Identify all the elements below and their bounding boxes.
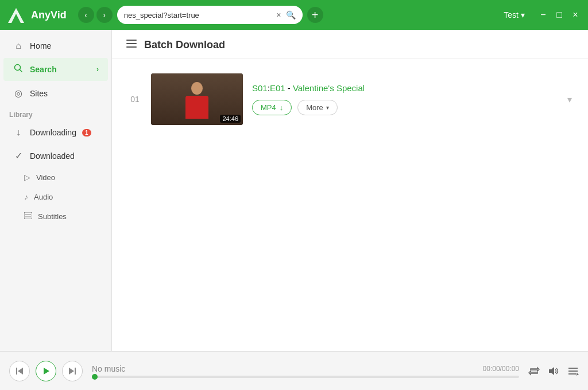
play-button[interactable]	[36, 361, 56, 381]
collapse-button[interactable]: ▾	[567, 94, 572, 105]
title-season: S01	[252, 83, 268, 93]
thumbnail-head	[191, 82, 203, 95]
repeat-button[interactable]	[528, 365, 540, 377]
sidebar-item-downloaded[interactable]: ✓ Downloaded	[3, 145, 108, 167]
repeat-icon	[528, 365, 540, 377]
logo-icon	[6, 5, 26, 25]
video-title: S01:E01 - Valentine's Special	[252, 83, 558, 93]
title-episode: E01	[270, 83, 285, 93]
queue-button[interactable]	[567, 365, 579, 377]
window-controls: − □ ×	[536, 8, 582, 22]
batch-download-icon	[126, 39, 137, 51]
sidebar-downloaded-label: Downloaded	[30, 151, 75, 161]
content-area: Batch Download 01 24:46	[112, 30, 588, 351]
svg-marker-19	[577, 373, 579, 376]
search-icon	[13, 64, 24, 75]
play-icon	[42, 367, 50, 375]
video-info: S01:E01 - Valentine's Special MP4 ↓ More…	[252, 83, 558, 115]
new-tab-button[interactable]: +	[307, 7, 323, 23]
sidebar-item-downloading[interactable]: ↓ Downloading 1	[3, 122, 108, 143]
volume-icon	[548, 365, 559, 377]
sidebar-home-label: Home	[30, 41, 51, 50]
title-bar: AnyVid ‹ › nes_special?start=true × 🔍 + …	[0, 0, 588, 30]
player-bar: No music 00:00/00:00	[0, 351, 588, 390]
next-button[interactable]	[62, 361, 83, 381]
audio-icon: ♪	[24, 192, 28, 201]
sidebar-item-subtitles[interactable]: Subtitles	[3, 207, 108, 225]
thumbnail-figure	[180, 82, 214, 122]
svg-line-3	[20, 70, 22, 72]
volume-button[interactable]	[548, 365, 559, 377]
user-menu[interactable]: Test ▾	[504, 10, 525, 20]
downloaded-icon: ✓	[13, 150, 24, 161]
subtitles-icon	[24, 212, 32, 221]
video-list: 01 24:46 S01:E01 - Valentine's Special	[112, 58, 588, 351]
logo-area: AnyVid	[6, 5, 67, 25]
address-clear-icon[interactable]: ×	[276, 10, 281, 20]
maximize-button[interactable]: □	[552, 8, 566, 22]
video-actions: MP4 ↓ More ▾	[252, 100, 558, 115]
close-button[interactable]: ×	[568, 8, 582, 22]
player-info: No music 00:00/00:00	[92, 364, 519, 378]
title-name: Valentine's Special	[293, 83, 365, 93]
player-right-controls	[528, 365, 579, 377]
forward-button[interactable]: ›	[96, 7, 113, 23]
progress-bar[interactable]	[92, 376, 519, 378]
sidebar-subtitles-label: Subtitles	[38, 212, 67, 221]
more-label: More	[306, 103, 323, 112]
skip-next-icon	[68, 367, 76, 375]
chevron-down-icon: ▾	[326, 104, 329, 111]
player-controls	[9, 361, 83, 381]
more-options-button[interactable]: More ▾	[297, 100, 338, 115]
sidebar-downloading-label: Downloading	[30, 128, 76, 137]
main-layout: ⌂ Home Search › ◎ Sites Library ↓ Downlo…	[0, 30, 588, 351]
svg-rect-13	[75, 368, 76, 375]
table-row: 01 24:46 S01:E01 - Valentine's Special	[123, 68, 577, 131]
thumbnail-wrap: 24:46	[151, 73, 243, 125]
sidebar: ⌂ Home Search › ◎ Sites Library ↓ Downlo…	[0, 30, 112, 351]
video-number: 01	[128, 95, 142, 104]
page-title: Batch Download	[144, 39, 225, 51]
sidebar-item-video[interactable]: ▷ Video	[3, 168, 108, 186]
sidebar-audio-label: Audio	[34, 193, 53, 201]
no-music-label: No music	[92, 364, 125, 373]
video-duration: 24:46	[220, 115, 241, 123]
sidebar-item-audio[interactable]: ♪ Audio	[3, 188, 108, 206]
search-arrow-icon: ›	[96, 65, 99, 73]
downloading-icon: ↓	[13, 127, 24, 138]
nav-arrows: ‹ ›	[78, 7, 113, 23]
library-section-label: Library	[0, 105, 111, 121]
address-text: nes_special?start=true	[124, 11, 272, 20]
sidebar-item-search[interactable]: Search ›	[3, 58, 108, 81]
svg-marker-12	[44, 368, 49, 375]
player-time: 00:00/00:00	[483, 365, 519, 373]
skip-prev-icon	[16, 367, 24, 375]
download-icon: ↓	[280, 103, 284, 112]
downloading-badge: 1	[82, 129, 91, 136]
queue-icon	[567, 365, 579, 377]
prev-button[interactable]	[9, 361, 30, 381]
back-button[interactable]: ‹	[78, 7, 94, 23]
svg-marker-15	[549, 367, 554, 375]
address-search-icon[interactable]: 🔍	[286, 10, 296, 20]
home-icon: ⌂	[13, 41, 24, 51]
sites-icon: ◎	[13, 88, 24, 99]
sidebar-sites-label: Sites	[30, 89, 48, 98]
sidebar-search-label: Search	[30, 65, 57, 74]
minimize-button[interactable]: −	[536, 8, 550, 22]
thumbnail-body	[185, 96, 208, 119]
sidebar-item-home[interactable]: ⌂ Home	[3, 35, 108, 57]
app-name: AnyVid	[31, 9, 67, 21]
svg-marker-11	[18, 368, 23, 375]
mp4-download-button[interactable]: MP4 ↓	[252, 100, 292, 115]
progress-dot	[92, 374, 98, 380]
user-name: Test	[504, 10, 519, 20]
address-bar[interactable]: nes_special?start=true × 🔍	[117, 6, 303, 24]
sidebar-video-label: Video	[36, 173, 55, 182]
user-chevron-icon: ▾	[521, 10, 525, 20]
sidebar-item-sites[interactable]: ◎ Sites	[3, 82, 108, 104]
title-separator: -	[285, 83, 293, 93]
svg-rect-4	[24, 212, 32, 219]
content-header: Batch Download	[112, 30, 588, 58]
svg-marker-14	[69, 368, 74, 375]
